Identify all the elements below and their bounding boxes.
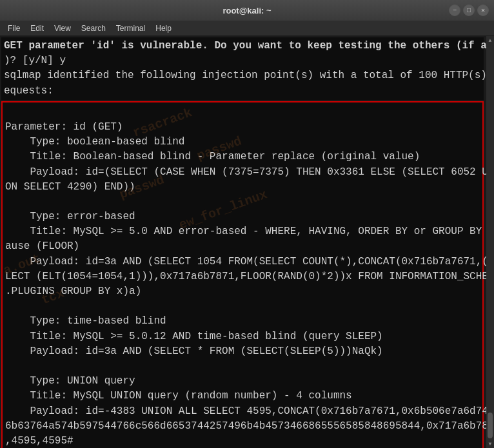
scroll-up-arrow[interactable]: ▲ — [488, 36, 493, 44]
rline-payload4a: Payload: id=-4383 UNION ALL SELECT 4595,… — [5, 404, 480, 419]
rline-title3: Title: MySQL >= 5.0.12 AND time-based bl… — [5, 329, 480, 344]
close-button[interactable]: ✕ — [477, 5, 489, 16]
rline-title4: Title: MySQL UNION query (random number)… — [5, 389, 480, 404]
terminal-window: root@kali: ~ − □ ✕ File Edit View Search… — [0, 0, 494, 448]
rline-type3: Type: time-based blind — [5, 314, 480, 329]
rline-payload2c: .PLUGINS GROUP BY x)a) — [5, 284, 480, 299]
scrollbar-thumb[interactable] — [488, 413, 493, 438]
injection-details-box: rsacrack passwd passwd ew_for_linux a.ou… — [1, 101, 484, 448]
rline-payload2b: LECT (ELT(1054=1054,1))),0x717a6b7871,FL… — [5, 269, 480, 284]
menu-view[interactable]: View — [49, 23, 76, 34]
rline-type1: Type: boolean-based blind — [5, 135, 480, 150]
rline-blank2 — [5, 195, 480, 209]
title-bar: root@kali: ~ − □ ✕ — [0, 0, 494, 21]
maximize-button[interactable]: □ — [463, 5, 475, 16]
menu-edit[interactable]: Edit — [25, 23, 49, 34]
menu-help[interactable]: Help — [150, 23, 177, 34]
output-line-1: GET parameter 'id' is vulnerable. Do you… — [4, 39, 481, 54]
rline-payload1a: Payload: id=(SELECT (CASE WHEN (7375=737… — [5, 165, 480, 180]
terminal-content[interactable]: GET parameter 'id' is vulnerable. Do you… — [0, 36, 486, 448]
window-controls: − □ ✕ — [449, 5, 489, 16]
output-line-3: sqlmap identified the following injectio… — [4, 68, 481, 83]
rline-type4: Type: UNION query — [5, 374, 480, 389]
terminal-wrapper: GET parameter 'id' is vulnerable. Do you… — [0, 36, 494, 448]
rline-blank1 — [5, 105, 480, 120]
menu-search[interactable]: Search — [76, 23, 111, 34]
rline-payload4c: ,4595,4595# — [5, 434, 480, 448]
rline-payload2a: Payload: id=3a AND (SELECT 1054 FROM(SEL… — [5, 255, 480, 269]
menu-terminal[interactable]: Terminal — [111, 23, 150, 34]
rline-title2: Title: MySQL >= 5.0 AND error-based - WH… — [5, 224, 480, 239]
rline-payload4b: 6b63764a574b597544766c566d6653744257496b… — [5, 419, 480, 434]
rline-blank4 — [5, 359, 480, 374]
rline-type2: Type: error-based — [5, 209, 480, 224]
minimize-button[interactable]: − — [449, 5, 460, 16]
menu-bar: File Edit View Search Terminal Help — [0, 21, 494, 36]
rline-title1: Title: Boolean-based blind - Parameter r… — [5, 150, 480, 164]
rline-param: Parameter: id (GET) — [5, 120, 480, 135]
rline-title2b: ause (FLOOR) — [5, 239, 480, 254]
rline-blank3 — [5, 299, 480, 314]
menu-file[interactable]: File — [3, 23, 25, 34]
top-output: GET parameter 'id' is vulnerable. Do you… — [1, 37, 484, 100]
rline-payload3: Payload: id=3a AND (SELECT * FROM (SELEC… — [5, 344, 480, 359]
scroll-down-arrow[interactable]: ▼ — [488, 440, 493, 448]
rline-payload1b: ON SELECT 4290) END)) — [5, 180, 480, 195]
output-line-2: )? [y/N] y — [4, 54, 481, 68]
window-title: root@kali: ~ — [222, 6, 271, 15]
output-line-4: equests: — [4, 84, 481, 99]
scrollbar[interactable]: ▲ ▼ — [486, 36, 494, 448]
